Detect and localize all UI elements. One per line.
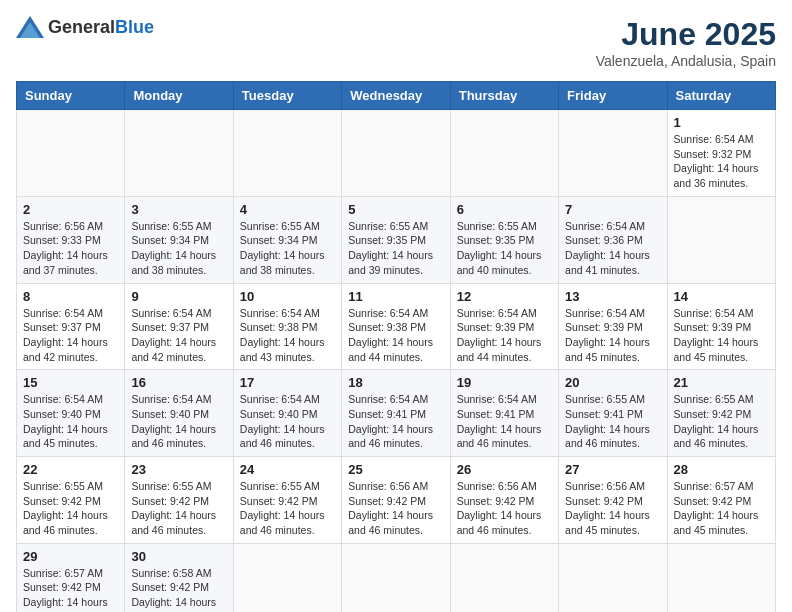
- day-info: Sunrise: 6:54 AMSunset: 9:36 PMDaylight:…: [565, 219, 660, 278]
- day-cell: [559, 110, 667, 197]
- day-info: Sunrise: 6:54 AMSunset: 9:37 PMDaylight:…: [131, 306, 226, 365]
- day-info: Sunrise: 6:54 AMSunset: 9:37 PMDaylight:…: [23, 306, 118, 365]
- day-cell: 18Sunrise: 6:54 AMSunset: 9:41 PMDayligh…: [342, 370, 450, 457]
- day-cell: 27Sunrise: 6:56 AMSunset: 9:42 PMDayligh…: [559, 457, 667, 544]
- day-info: Sunrise: 6:55 AMSunset: 9:42 PMDaylight:…: [674, 392, 769, 451]
- day-info: Sunrise: 6:54 AMSunset: 9:39 PMDaylight:…: [457, 306, 552, 365]
- week-row-0: 1Sunrise: 6:54 AMSunset: 9:32 PMDaylight…: [17, 110, 776, 197]
- day-cell: 5Sunrise: 6:55 AMSunset: 9:35 PMDaylight…: [342, 196, 450, 283]
- day-info: Sunrise: 6:54 AMSunset: 9:39 PMDaylight:…: [565, 306, 660, 365]
- day-info: Sunrise: 6:54 AMSunset: 9:38 PMDaylight:…: [348, 306, 443, 365]
- day-number: 7: [565, 202, 660, 217]
- day-cell: 14Sunrise: 6:54 AMSunset: 9:39 PMDayligh…: [667, 283, 775, 370]
- title-section: June 2025 Valenzuela, Andalusia, Spain: [596, 16, 776, 69]
- day-number: 10: [240, 289, 335, 304]
- day-cell: [17, 110, 125, 197]
- day-cell: 8Sunrise: 6:54 AMSunset: 9:37 PMDaylight…: [17, 283, 125, 370]
- day-info: Sunrise: 6:54 AMSunset: 9:41 PMDaylight:…: [457, 392, 552, 451]
- day-cell: 23Sunrise: 6:55 AMSunset: 9:42 PMDayligh…: [125, 457, 233, 544]
- day-cell: 16Sunrise: 6:54 AMSunset: 9:40 PMDayligh…: [125, 370, 233, 457]
- month-title: June 2025: [596, 16, 776, 53]
- header-saturday: Saturday: [667, 82, 775, 110]
- day-cell: 28Sunrise: 6:57 AMSunset: 9:42 PMDayligh…: [667, 457, 775, 544]
- day-cell: 4Sunrise: 6:55 AMSunset: 9:34 PMDaylight…: [233, 196, 341, 283]
- day-number: 22: [23, 462, 118, 477]
- day-number: 12: [457, 289, 552, 304]
- day-cell: [667, 543, 775, 612]
- day-info: Sunrise: 6:55 AMSunset: 9:42 PMDaylight:…: [131, 479, 226, 538]
- day-cell: 26Sunrise: 6:56 AMSunset: 9:42 PMDayligh…: [450, 457, 558, 544]
- day-info: Sunrise: 6:56 AMSunset: 9:42 PMDaylight:…: [565, 479, 660, 538]
- day-info: Sunrise: 6:55 AMSunset: 9:34 PMDaylight:…: [131, 219, 226, 278]
- week-row-5: 29Sunrise: 6:57 AMSunset: 9:42 PMDayligh…: [17, 543, 776, 612]
- day-cell: 17Sunrise: 6:54 AMSunset: 9:40 PMDayligh…: [233, 370, 341, 457]
- day-info: Sunrise: 6:54 AMSunset: 9:40 PMDaylight:…: [23, 392, 118, 451]
- day-number: 27: [565, 462, 660, 477]
- day-cell: 13Sunrise: 6:54 AMSunset: 9:39 PMDayligh…: [559, 283, 667, 370]
- day-number: 13: [565, 289, 660, 304]
- header-wednesday: Wednesday: [342, 82, 450, 110]
- day-info: Sunrise: 6:57 AMSunset: 9:42 PMDaylight:…: [23, 566, 118, 612]
- day-cell: 3Sunrise: 6:55 AMSunset: 9:34 PMDaylight…: [125, 196, 233, 283]
- day-info: Sunrise: 6:55 AMSunset: 9:35 PMDaylight:…: [457, 219, 552, 278]
- day-number: 3: [131, 202, 226, 217]
- logo-text: GeneralBlue: [48, 17, 154, 38]
- day-number: 21: [674, 375, 769, 390]
- day-number: 2: [23, 202, 118, 217]
- day-info: Sunrise: 6:55 AMSunset: 9:34 PMDaylight:…: [240, 219, 335, 278]
- day-info: Sunrise: 6:55 AMSunset: 9:42 PMDaylight:…: [23, 479, 118, 538]
- week-row-4: 22Sunrise: 6:55 AMSunset: 9:42 PMDayligh…: [17, 457, 776, 544]
- logo-blue: Blue: [115, 17, 154, 37]
- day-cell: 7Sunrise: 6:54 AMSunset: 9:36 PMDaylight…: [559, 196, 667, 283]
- day-info: Sunrise: 6:54 AMSunset: 9:41 PMDaylight:…: [348, 392, 443, 451]
- day-number: 11: [348, 289, 443, 304]
- header-monday: Monday: [125, 82, 233, 110]
- day-info: Sunrise: 6:54 AMSunset: 9:39 PMDaylight:…: [674, 306, 769, 365]
- day-cell: 6Sunrise: 6:55 AMSunset: 9:35 PMDaylight…: [450, 196, 558, 283]
- day-info: Sunrise: 6:56 AMSunset: 9:42 PMDaylight:…: [457, 479, 552, 538]
- day-info: Sunrise: 6:57 AMSunset: 9:42 PMDaylight:…: [674, 479, 769, 538]
- day-cell: 20Sunrise: 6:55 AMSunset: 9:41 PMDayligh…: [559, 370, 667, 457]
- week-row-2: 8Sunrise: 6:54 AMSunset: 9:37 PMDaylight…: [17, 283, 776, 370]
- day-cell: [233, 543, 341, 612]
- day-cell: 12Sunrise: 6:54 AMSunset: 9:39 PMDayligh…: [450, 283, 558, 370]
- day-number: 26: [457, 462, 552, 477]
- day-cell: 19Sunrise: 6:54 AMSunset: 9:41 PMDayligh…: [450, 370, 558, 457]
- day-number: 20: [565, 375, 660, 390]
- header-friday: Friday: [559, 82, 667, 110]
- day-cell: [559, 543, 667, 612]
- day-number: 6: [457, 202, 552, 217]
- logo-general: General: [48, 17, 115, 37]
- day-number: 1: [674, 115, 769, 130]
- day-number: 4: [240, 202, 335, 217]
- day-number: 14: [674, 289, 769, 304]
- logo: GeneralBlue: [16, 16, 154, 38]
- day-number: 16: [131, 375, 226, 390]
- day-number: 29: [23, 549, 118, 564]
- page-header: GeneralBlue June 2025 Valenzuela, Andalu…: [16, 16, 776, 69]
- day-cell: [450, 543, 558, 612]
- day-cell: 15Sunrise: 6:54 AMSunset: 9:40 PMDayligh…: [17, 370, 125, 457]
- day-cell: 11Sunrise: 6:54 AMSunset: 9:38 PMDayligh…: [342, 283, 450, 370]
- location-subtitle: Valenzuela, Andalusia, Spain: [596, 53, 776, 69]
- calendar-table: SundayMondayTuesdayWednesdayThursdayFrid…: [16, 81, 776, 612]
- day-number: 24: [240, 462, 335, 477]
- day-info: Sunrise: 6:54 AMSunset: 9:32 PMDaylight:…: [674, 132, 769, 191]
- day-info: Sunrise: 6:55 AMSunset: 9:42 PMDaylight:…: [240, 479, 335, 538]
- day-cell: 9Sunrise: 6:54 AMSunset: 9:37 PMDaylight…: [125, 283, 233, 370]
- day-number: 9: [131, 289, 226, 304]
- day-cell: 10Sunrise: 6:54 AMSunset: 9:38 PMDayligh…: [233, 283, 341, 370]
- day-number: 28: [674, 462, 769, 477]
- day-number: 30: [131, 549, 226, 564]
- day-cell: 29Sunrise: 6:57 AMSunset: 9:42 PMDayligh…: [17, 543, 125, 612]
- day-number: 15: [23, 375, 118, 390]
- day-info: Sunrise: 6:58 AMSunset: 9:42 PMDaylight:…: [131, 566, 226, 612]
- header-sunday: Sunday: [17, 82, 125, 110]
- day-number: 5: [348, 202, 443, 217]
- day-cell: [125, 110, 233, 197]
- day-cell: [342, 110, 450, 197]
- day-number: 23: [131, 462, 226, 477]
- day-number: 17: [240, 375, 335, 390]
- header-thursday: Thursday: [450, 82, 558, 110]
- day-info: Sunrise: 6:54 AMSunset: 9:40 PMDaylight:…: [131, 392, 226, 451]
